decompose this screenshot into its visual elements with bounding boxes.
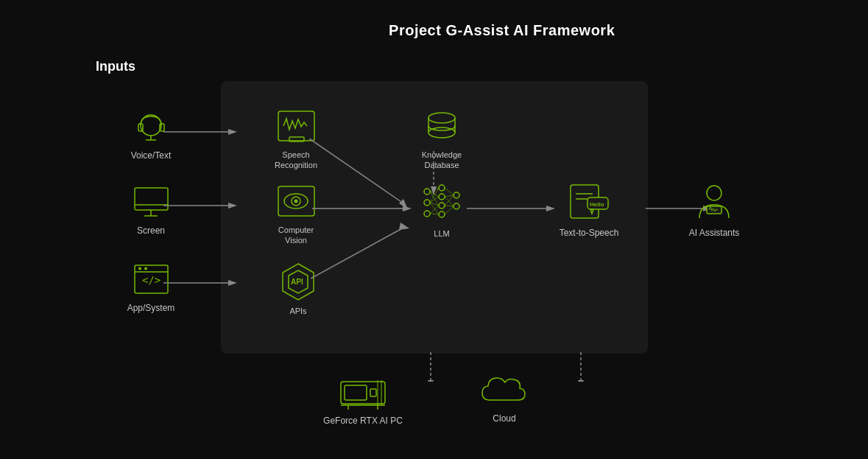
svg-text:API: API — [291, 278, 303, 286]
svg-point-35 — [439, 185, 445, 191]
cloud-label: Cloud — [493, 413, 515, 424]
svg-marker-13 — [228, 129, 237, 135]
apis-label: APIs — [289, 306, 306, 316]
page-title: Project G-Assist AI Framework — [389, 22, 615, 39]
main-container: Project G-Assist AI Framework Inputs Voi… — [0, 0, 868, 459]
svg-marker-78 — [428, 380, 434, 382]
knowledge-db-item: KnowledgeDatabase — [409, 109, 475, 171]
tts-item: Hello Text-to-Speech — [556, 183, 622, 238]
arrow-llm-gpu — [426, 352, 435, 382]
arrow-apis-llm — [311, 221, 414, 280]
svg-point-39 — [454, 192, 459, 198]
arrow-speech-llm — [309, 139, 412, 212]
arrow-cv-llm — [312, 204, 412, 213]
svg-marker-89 — [578, 380, 584, 382]
svg-point-37 — [439, 203, 445, 209]
svg-point-10 — [144, 267, 147, 270]
arrow-kdb-llm — [429, 151, 438, 195]
svg-line-56 — [309, 139, 403, 203]
svg-rect-3 — [135, 188, 168, 210]
svg-marker-63 — [431, 186, 437, 195]
voice-text-label: Voice/Text — [131, 150, 172, 161]
tts-icon: Hello — [567, 183, 611, 223]
svg-text:</>: </> — [142, 274, 160, 286]
svg-marker-15 — [228, 203, 237, 209]
app-system-item: </> App/System — [121, 262, 180, 313]
svg-point-33 — [424, 200, 430, 206]
svg-point-9 — [138, 267, 141, 270]
svg-point-34 — [424, 211, 430, 217]
ai-person-icon — [692, 183, 736, 223]
svg-point-36 — [439, 194, 445, 200]
svg-point-28 — [428, 113, 455, 123]
svg-text:Hello: Hello — [590, 201, 604, 208]
svg-marker-65 — [546, 206, 555, 211]
svg-point-38 — [439, 211, 445, 217]
svg-rect-80 — [345, 385, 367, 400]
arrow-tts-cloud — [576, 352, 585, 382]
svg-marker-17 — [228, 280, 237, 286]
network-icon — [420, 181, 464, 225]
ai-assistants-label: AI Assistants — [689, 228, 740, 238]
llm-item: LLM — [409, 181, 475, 239]
database-icon — [422, 109, 462, 146]
screen-label: Screen — [137, 225, 165, 236]
cloud-icon — [479, 372, 530, 409]
svg-line-60 — [311, 227, 405, 278]
arrow-voice-speech — [163, 127, 237, 136]
svg-line-50 — [445, 188, 454, 195]
svg-point-40 — [454, 203, 459, 209]
geforce-rtx-label: GeForce RTX AI PC — [323, 416, 403, 426]
inputs-label: Inputs — [96, 59, 135, 74]
svg-point-24 — [294, 200, 297, 203]
app-system-label: App/System — [127, 303, 175, 313]
svg-line-52 — [445, 197, 454, 206]
svg-point-74 — [707, 186, 721, 200]
arrow-app-apis — [163, 278, 237, 287]
svg-line-55 — [445, 206, 454, 214]
svg-marker-70 — [590, 209, 593, 214]
computer-vision-label: ComputerVision — [278, 225, 314, 246]
svg-line-49 — [430, 214, 439, 214]
svg-marker-59 — [403, 206, 412, 211]
gpu-icon — [337, 374, 389, 411]
llm-label: LLM — [434, 228, 449, 239]
geforce-rtx-item: GeForce RTX AI PC — [322, 374, 403, 426]
arrow-screen-cv — [163, 201, 237, 210]
svg-line-45 — [430, 197, 439, 203]
screen-item: Screen — [121, 184, 180, 236]
svg-line-54 — [445, 206, 454, 206]
svg-marker-61 — [399, 223, 409, 230]
tts-label: Text-to-Speech — [560, 228, 619, 238]
arrow-llm-tts — [467, 204, 555, 213]
svg-rect-81 — [370, 389, 376, 396]
knowledge-db-label: KnowledgeDatabase — [422, 150, 462, 171]
cloud-item: Cloud — [464, 372, 545, 424]
ai-assistants-item: AI Assistants — [681, 183, 747, 238]
